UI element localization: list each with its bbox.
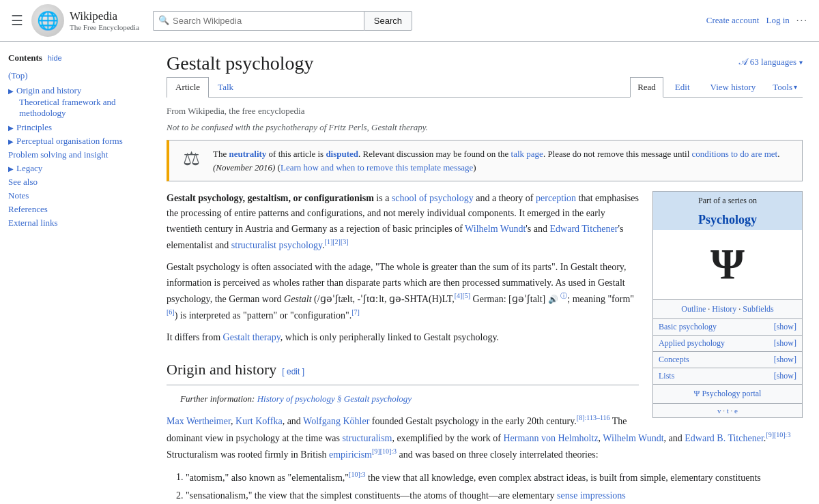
translate-icon: 𝒜 [739, 57, 747, 68]
origin-heading: Origin and history [167, 357, 276, 381]
site-title: Wikipedia [70, 10, 139, 23]
gestalt-therapy-link[interactable]: Gestalt therapy [223, 332, 281, 342]
infobox-concepts-show[interactable]: [show] [774, 355, 796, 365]
wundt2-link[interactable]: Wilhelm Wundt [603, 432, 663, 443]
toc-external-links[interactable]: External links [8, 218, 58, 228]
infobox-series-label: Part of a series on [653, 192, 802, 210]
infobox-applied-row: Applied psychology [show] [653, 335, 802, 351]
infobox-portal-link[interactable]: Ψ Psychology portal [694, 389, 762, 398]
toc-see-also[interactable]: See also [8, 177, 38, 187]
chevron-down-icon: ▾ [799, 59, 803, 66]
infobox: Part of a series on Psychology Ψ Outline… [652, 191, 803, 418]
action-view-history[interactable]: View history [702, 77, 765, 97]
header-links: Create account Log in ··· [706, 15, 808, 27]
infobox-concepts-row: Concepts [show] [653, 351, 802, 368]
origin-para1: Max Wertheimer, Kurt Koffka, and Wolfgan… [167, 413, 803, 462]
wundt-link[interactable]: Wilhelm Wundt [465, 224, 526, 234]
action-read[interactable]: Read [630, 77, 663, 98]
expand-perceptual-icon[interactable]: ▶ [8, 138, 14, 145]
toc-perceptual[interactable]: Perceptual organisation forms [16, 136, 123, 147]
menu-icon[interactable]: ☰ [11, 14, 23, 27]
titchener-link[interactable]: Edward Titchener [550, 224, 618, 234]
action-edit[interactable]: Edit [666, 77, 699, 97]
theory-2: "sensationalism," the view that the simp… [186, 488, 803, 503]
expand-origin-icon[interactable]: ▶ [8, 87, 14, 95]
titchener2-link[interactable]: Edward B. Titchener [685, 432, 764, 443]
infobox-e-link[interactable]: e [734, 406, 738, 415]
tab-article[interactable]: Article [167, 77, 209, 98]
lang-count: 63 languages [750, 57, 796, 68]
neutrality-notice: ⚖ The neutrality of this article is disp… [167, 140, 803, 181]
toc-principles[interactable]: Principles [16, 122, 52, 133]
infobox-applied-link[interactable]: Applied psychology [659, 338, 725, 349]
helmholtz-link[interactable]: Hermann von Helmholtz [503, 432, 598, 443]
language-badge[interactable]: 𝒜 63 languages ▾ [739, 53, 803, 68]
perception-link[interactable]: perception [536, 193, 576, 203]
infobox-links-row: Outline · History · Subfields [653, 299, 802, 318]
infobox-basic-show[interactable]: [show] [774, 322, 796, 332]
theory-1: "atomism," also known as "elementalism,"… [186, 469, 803, 486]
toc-top[interactable]: (Top) [8, 70, 28, 80]
logo-image: 🌐 [31, 4, 64, 37]
hatnote: Not to be confused with the psychotherap… [167, 122, 803, 133]
toc-legacy[interactable]: Legacy [16, 163, 42, 174]
toc-origin[interactable]: Origin and history [16, 85, 81, 96]
infobox-t-link[interactable]: t [727, 406, 729, 415]
infobox-outline-link[interactable]: Outline [681, 304, 706, 314]
site-subtitle: The Free Encyclopedia [70, 23, 139, 31]
learn-link[interactable]: Learn how and when to remove this templa… [281, 162, 473, 173]
search-area: 🔍 Search [153, 11, 412, 31]
infobox-applied-show[interactable]: [show] [774, 338, 796, 349]
infobox-title: Psychology [653, 210, 802, 230]
create-account-link[interactable]: Create account [706, 15, 760, 26]
infobox-footer: v · t · e [653, 403, 802, 417]
school-link[interactable]: school of psychology [392, 193, 474, 203]
structuralist-link[interactable]: structuralist psychology [231, 240, 322, 250]
infobox-v-link[interactable]: v [717, 406, 721, 415]
infobox-basic-link[interactable]: Basic psychology [659, 322, 717, 332]
toc-notes[interactable]: Notes [8, 190, 29, 201]
tools-dropdown[interactable]: Tools ▾ [767, 78, 803, 97]
hatnote-text: Not to be confused with the psychotherap… [167, 122, 428, 132]
infobox-lists-link[interactable]: Lists [659, 371, 674, 381]
infobox-psi-symbol: Ψ [653, 230, 802, 299]
edit-origin-link[interactable]: [ edit ] [282, 366, 304, 379]
login-link[interactable]: Log in [766, 15, 789, 26]
search-input[interactable] [153, 11, 364, 31]
infobox-portal: Ψ Psychology portal [653, 384, 802, 403]
search-button[interactable]: Search [364, 11, 412, 31]
tools-chevron-icon: ▾ [794, 83, 797, 91]
infobox-lists-row: Lists [show] [653, 368, 802, 384]
infobox-subfields-link[interactable]: Subfields [743, 304, 773, 314]
contents-label: Contents [8, 53, 42, 63]
kohler-link[interactable]: Wolfgang Köhler [303, 416, 369, 426]
infobox-concepts-link[interactable]: Concepts [659, 355, 689, 365]
koffka-link[interactable]: Kurt Koffka [235, 416, 283, 426]
notice-content: The neutrality of this article is disput… [213, 147, 794, 174]
notice-icon: ⚖ [177, 147, 205, 170]
toc-references[interactable]: References [8, 204, 48, 214]
disputed-link[interactable]: disputed [326, 149, 358, 159]
toc-problem-solving[interactable]: Problem solving and insight [8, 149, 108, 160]
structuralism-link[interactable]: structuralism [342, 432, 392, 443]
infobox-basic-row: Basic psychology [show] [653, 318, 802, 335]
from-wiki-text: From Wikipedia, the free encyclopedia [167, 106, 803, 117]
more-options-icon[interactable]: ··· [796, 15, 808, 27]
neutrality-link[interactable]: neutrality [229, 149, 266, 159]
wertheimer-link[interactable]: Max Wertheimer [167, 416, 231, 426]
talk-page-link[interactable]: talk page [511, 149, 543, 159]
infobox-history-link[interactable]: History [712, 304, 736, 314]
sense-impressions-link[interactable]: sense impressions [557, 490, 626, 501]
history-link[interactable]: History of psychology § Gestalt psycholo… [257, 394, 412, 404]
theories-list: "atomism," also known as "elementalism,"… [167, 469, 803, 504]
conditions-link[interactable]: conditions to do are met [692, 149, 778, 159]
expand-principles-icon[interactable]: ▶ [8, 124, 14, 132]
tab-talk[interactable]: Talk [209, 77, 242, 97]
expand-legacy-icon[interactable]: ▶ [8, 165, 14, 173]
page-title: Gestalt psychology [167, 53, 313, 74]
empiricism-link[interactable]: empiricism [329, 449, 372, 459]
hide-button[interactable]: hide [48, 54, 62, 62]
logo-area[interactable]: 🌐 Wikipedia The Free Encyclopedia [31, 4, 139, 37]
infobox-lists-show[interactable]: [show] [774, 371, 796, 381]
toc-theoretical[interactable]: Theoretical framework and methodology [19, 97, 115, 118]
